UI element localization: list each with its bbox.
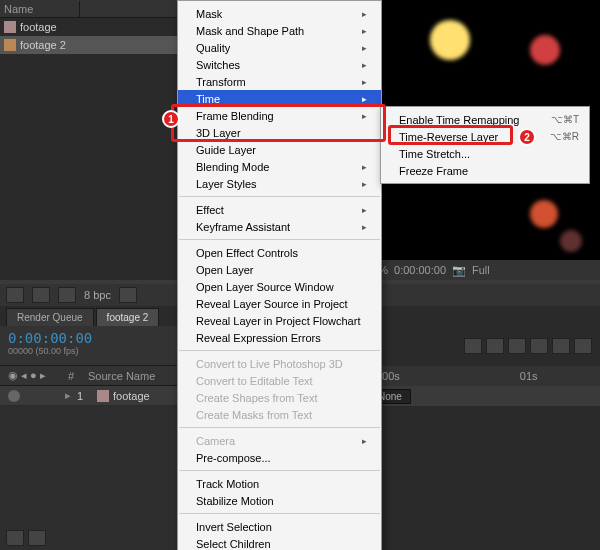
composition-icon: [4, 39, 16, 51]
draft-3d-icon[interactable]: [508, 338, 526, 354]
time-ruler[interactable]: :00s 01s: [361, 366, 600, 386]
menu-blending-mode[interactable]: Blending Mode: [178, 158, 381, 175]
menu-open-effect-controls[interactable]: Open Effect Controls: [178, 244, 381, 261]
bit-depth[interactable]: 8 bpc: [84, 289, 111, 301]
timeline-controls: [361, 326, 600, 366]
menu-track-motion[interactable]: Track Motion: [178, 475, 381, 492]
twirl-icon[interactable]: ▸: [65, 389, 77, 402]
annotation-badge-1: 1: [162, 110, 180, 128]
folder-button[interactable]: [32, 287, 50, 303]
col-name[interactable]: Name: [0, 1, 80, 17]
camera-icon[interactable]: 📷: [452, 264, 466, 277]
submenu-time-reverse-layer[interactable]: Time-Reverse Layer⌥⌘R: [381, 128, 589, 145]
menu-convert-editable-text: Convert to Editable Text: [178, 372, 381, 389]
new-comp-button[interactable]: [58, 287, 76, 303]
menu-reveal-in-project[interactable]: Reveal Layer Source in Project: [178, 295, 381, 312]
project-item-label: footage: [20, 21, 57, 33]
menu-separator: [179, 350, 380, 351]
menu-precompose[interactable]: Pre-compose...: [178, 449, 381, 466]
bokeh-light: [560, 230, 582, 252]
tab-render-queue[interactable]: Render Queue: [6, 308, 94, 326]
menu-mask[interactable]: Mask: [178, 5, 381, 22]
submenu-freeze-frame[interactable]: Freeze Frame: [381, 162, 589, 179]
shortcut-label: ⌥⌘R: [550, 131, 579, 142]
col-number: #: [68, 370, 88, 382]
project-item-label: footage 2: [20, 39, 66, 51]
tab-composition[interactable]: footage 2: [96, 308, 160, 326]
menu-open-layer[interactable]: Open Layer: [178, 261, 381, 278]
menu-quality[interactable]: Quality: [178, 39, 381, 56]
bokeh-light: [530, 35, 560, 65]
menu-reveal-expression-errors[interactable]: Reveal Expression Errors: [178, 329, 381, 346]
menu-stabilize-motion[interactable]: Stabilize Motion: [178, 492, 381, 509]
menu-layer-styles[interactable]: Layer Styles: [178, 175, 381, 192]
project-item[interactable]: footage: [0, 18, 179, 36]
col-source-name: Source Name: [88, 370, 155, 382]
menu-separator: [179, 239, 380, 240]
col-toggles: ◉ ◂ ● ▸: [8, 369, 68, 382]
menu-effect[interactable]: Effect: [178, 201, 381, 218]
graph-editor-icon[interactable]: [574, 338, 592, 354]
timeline-tracks: :00s 01s None: [360, 326, 600, 550]
menu-mask-shape-path[interactable]: Mask and Shape Path: [178, 22, 381, 39]
resolution-select[interactable]: Full: [472, 264, 490, 276]
project-item[interactable]: footage 2: [0, 36, 179, 54]
layer-track[interactable]: None: [361, 386, 600, 406]
menu-frame-blending[interactable]: Frame Blending: [178, 107, 381, 124]
submenu-enable-time-remapping[interactable]: Enable Time Remapping⌥⌘T: [381, 111, 589, 128]
footage-icon: [97, 390, 109, 402]
menu-camera: Camera: [178, 432, 381, 449]
footage-icon: [4, 21, 16, 33]
layer-name: footage: [113, 390, 150, 402]
menu-separator: [179, 427, 380, 428]
project-columns-header: Name: [0, 0, 179, 18]
bokeh-light: [430, 20, 470, 60]
visibility-toggle-icon[interactable]: [8, 390, 20, 402]
menu-separator: [179, 513, 380, 514]
motion-blur-icon[interactable]: [552, 338, 570, 354]
zoom-icon[interactable]: [28, 530, 46, 546]
interpret-button[interactable]: [6, 287, 24, 303]
menu-guide-layer[interactable]: Guide Layer: [178, 141, 381, 158]
layer-number: 1: [77, 390, 97, 402]
annotation-badge-2: 2: [518, 128, 536, 146]
menu-switches[interactable]: Switches: [178, 56, 381, 73]
ruler-tick: :00s: [379, 370, 400, 382]
bokeh-light: [530, 200, 558, 228]
menu-3d-layer[interactable]: 3D Layer: [178, 124, 381, 141]
submenu-time-stretch[interactable]: Time Stretch...: [381, 145, 589, 162]
preview-toolbar: 50% 0:00:00:00 📷 Full: [360, 260, 600, 280]
menu-select-children[interactable]: Select Children: [178, 535, 381, 550]
time-submenu: Enable Time Remapping⌥⌘T Time-Reverse La…: [380, 106, 590, 184]
menu-create-masks: Create Masks from Text: [178, 406, 381, 423]
search-icon[interactable]: [464, 338, 482, 354]
toggle-switches-icon[interactable]: [6, 530, 24, 546]
menu-time[interactable]: Time: [178, 90, 381, 107]
menu-transform[interactable]: Transform: [178, 73, 381, 90]
menu-create-shapes: Create Shapes from Text: [178, 389, 381, 406]
menu-open-layer-source[interactable]: Open Layer Source Window: [178, 278, 381, 295]
trash-button[interactable]: [119, 287, 137, 303]
menu-invert-selection[interactable]: Invert Selection: [178, 518, 381, 535]
menu-separator: [179, 470, 380, 471]
menu-keyframe-assistant[interactable]: Keyframe Assistant: [178, 218, 381, 235]
timeline-footer-icons: [6, 530, 46, 546]
preview-timecode[interactable]: 0:00:00:00: [394, 264, 446, 276]
ruler-tick: 01s: [520, 370, 538, 382]
shortcut-label: ⌥⌘T: [551, 114, 579, 125]
menu-separator: [179, 196, 380, 197]
project-panel: Name footage footage 2: [0, 0, 180, 280]
menu-convert-photoshop-3d: Convert to Live Photoshop 3D: [178, 355, 381, 372]
comp-mini-flowchart-icon[interactable]: [486, 338, 504, 354]
menu-reveal-in-flowchart[interactable]: Reveal Layer in Project Flowchart: [178, 312, 381, 329]
shy-icon[interactable]: [530, 338, 548, 354]
layer-context-menu: Mask Mask and Shape Path Quality Switche…: [177, 0, 382, 550]
